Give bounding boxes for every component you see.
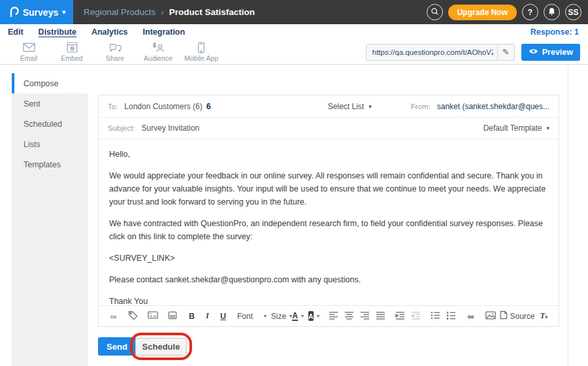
search-button[interactable] (427, 4, 443, 20)
sidebar-item-lists[interactable]: Lists (12, 134, 88, 154)
recipient-count: 6 (206, 102, 211, 111)
align-center-icon (344, 311, 354, 322)
sidebar-item-scheduled[interactable]: Scheduled (12, 114, 88, 134)
justify-icon (376, 311, 385, 322)
subject-value[interactable]: Survey Invitation (142, 124, 200, 133)
body-paragraph: <SURVEY_LINK> (109, 252, 548, 265)
response-count[interactable]: Response: 1 (531, 27, 579, 37)
rich-text-toolbar: ∞ B I U Font ▾ Size ▾ A ▾ (99, 305, 559, 326)
email-body-editor[interactable]: Hello, We would appreciate your feedback… (99, 139, 559, 307)
text-color-icon: A (292, 312, 298, 321)
channel-email[interactable]: Email (7, 40, 50, 65)
tag-button[interactable] (127, 309, 139, 324)
source-button[interactable]: Source (504, 309, 530, 324)
outdent-button[interactable] (410, 309, 421, 324)
body-paragraph: We have contracted with QuestionPro, an … (109, 217, 548, 243)
help-button[interactable]: ? (522, 4, 538, 20)
product-label: Surveys (23, 7, 58, 18)
share-icon (109, 42, 122, 53)
text-color-button[interactable]: A ▾ (293, 309, 304, 324)
to-label: To: (108, 103, 118, 110)
surveys-product-menu[interactable]: Surveys ▾ (0, 0, 73, 24)
align-left-button[interactable] (328, 309, 339, 324)
survey-url-input[interactable] (367, 48, 497, 56)
remove-format-icon: T (540, 311, 546, 321)
card-button[interactable] (147, 309, 158, 324)
italic-button[interactable]: I (202, 309, 213, 324)
template-dropdown[interactable]: Default Template ▾ (483, 124, 549, 133)
indent-button[interactable] (395, 309, 406, 324)
remove-format-button[interactable]: Tx (538, 309, 549, 324)
body-paragraph: Hello, (109, 148, 548, 161)
tab-analytics[interactable]: Analytics (91, 27, 128, 37)
bullet-list-icon (431, 311, 440, 322)
tab-edit[interactable]: Edit (8, 27, 24, 37)
question-mark-icon: ? (528, 8, 532, 17)
size-select-label: Size (271, 312, 286, 321)
align-right-button[interactable] (359, 309, 370, 324)
subject-label: Subject: (108, 124, 135, 132)
subject-row: Subject: Survey Invitation Default Templ… (99, 118, 559, 139)
channel-label: Email (20, 54, 37, 62)
chevron-down-icon: ▾ (546, 125, 549, 131)
chevron-down-icon: ▾ (317, 313, 319, 319)
size-select[interactable]: Size ▾ (271, 309, 288, 324)
upgrade-now-button[interactable]: Upgrade Now (448, 5, 517, 20)
chevron-down-icon: ▾ (264, 313, 267, 319)
chain-icon: ∞ (468, 311, 474, 322)
channel-audience[interactable]: $ Audience (137, 40, 180, 65)
bullet-list-button[interactable] (430, 309, 441, 324)
tag-icon (128, 310, 138, 322)
schedule-button[interactable]: Schedule (135, 338, 187, 356)
channel-label: Audience (144, 54, 172, 62)
background-color-button[interactable]: A ▾ (308, 309, 319, 324)
channel-label: Share (106, 54, 124, 62)
questionpro-logo-icon (8, 5, 19, 20)
underline-button[interactable]: U (218, 309, 229, 324)
font-select[interactable]: Font ▾ (237, 309, 267, 324)
search-icon (431, 7, 439, 18)
sidebar-item-templates[interactable]: Templates (12, 154, 88, 175)
avatar-initials: SS (568, 8, 578, 17)
align-center-button[interactable] (344, 309, 355, 324)
survey-nav-tabs: Edit Distribute Analytics Integration Re… (0, 24, 588, 40)
svg-text:$: $ (153, 42, 156, 48)
content-scrollbar-track (568, 65, 568, 366)
channel-share[interactable]: Share (93, 40, 137, 65)
link-button[interactable]: ∞ (108, 309, 119, 324)
image-button[interactable] (485, 309, 496, 324)
bell-icon (547, 7, 556, 18)
chevron-down-icon: ▾ (301, 313, 304, 319)
background-color-icon: A (308, 311, 314, 321)
indent-icon (395, 311, 405, 322)
preview-button[interactable]: Preview (521, 44, 580, 61)
remove-format-sub: x (545, 313, 547, 320)
notifications-button[interactable] (544, 4, 560, 20)
breadcrumb-separator-icon: › (161, 7, 163, 17)
select-list-dropdown[interactable]: Select List ▾ (328, 102, 372, 111)
preview-label: Preview (542, 48, 573, 57)
distribute-channel-toolbar: Email Embed Share $ Audience Mobile App (0, 40, 588, 65)
numbered-list-button[interactable] (446, 309, 457, 324)
widget-button[interactable] (167, 309, 178, 324)
bold-button[interactable]: B (186, 309, 197, 324)
from-sender[interactable]: sanket (sanket.shekdar@ques... (437, 102, 549, 111)
breadcrumb-folder[interactable]: Regional Products (84, 7, 155, 17)
source-label: Source (510, 312, 535, 321)
sidebar-item-sent[interactable]: Sent (12, 93, 88, 114)
tab-distribute[interactable]: Distribute (39, 27, 76, 37)
sidebar-item-compose[interactable]: Compose (12, 73, 88, 93)
justify-button[interactable] (375, 309, 386, 324)
channel-label: Embed (61, 54, 82, 62)
user-avatar[interactable]: SS (565, 4, 581, 20)
channel-embed[interactable]: Embed (50, 40, 93, 65)
hyperlink-button[interactable]: ∞ (465, 309, 476, 324)
to-recipient-list[interactable]: London Customers (6) (124, 102, 202, 111)
edit-url-button[interactable]: ✎ (497, 44, 514, 60)
breadcrumb: Regional Products › Product Satisfaction (84, 7, 255, 17)
channel-mobile-app[interactable]: Mobile App (180, 40, 223, 65)
chain-icon: ∞ (110, 311, 117, 322)
tab-integration[interactable]: Integration (143, 27, 186, 37)
body-paragraph: Please contact sanket.shekdar@questionpr… (109, 273, 548, 286)
chevron-down-icon: ▾ (368, 103, 372, 110)
